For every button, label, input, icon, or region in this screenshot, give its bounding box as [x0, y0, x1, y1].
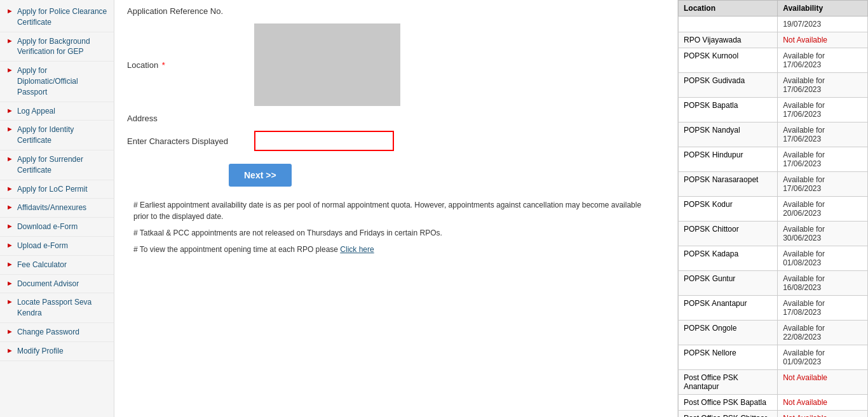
app-ref-label: Application Reference No.	[127, 6, 254, 16]
captcha-input[interactable]	[254, 131, 394, 151]
location-cell: POPSK Nellore	[679, 345, 778, 370]
table-row: POPSK KurnoolAvailable for 17/06/2023	[679, 48, 868, 73]
location-row: Location *	[127, 23, 665, 106]
sidebar-item-diplomatic-passport[interactable]: ► Apply for Diplomatic/Official Passport	[0, 62, 114, 102]
app-ref-row: Application Reference No.	[127, 6, 665, 16]
sidebar-arrow-icon: ►	[6, 185, 13, 192]
note-1: # Earliest appointment availability date…	[133, 199, 658, 222]
form-container: Application Reference No. Location * Add…	[114, 0, 677, 417]
required-star: *	[162, 60, 165, 70]
location-cell: Post Office PSK Chittoor	[679, 411, 778, 418]
availability-cell: Not Available	[778, 411, 868, 418]
next-button[interactable]: Next >>	[229, 164, 292, 187]
location-cell: Post Office PSK Bapatla	[679, 395, 778, 411]
location-cell: POPSK Kodur	[679, 197, 778, 222]
location-cell: POPSK Kurnool	[679, 48, 778, 73]
table-row: POPSK NarasaraopetAvailable for 17/06/20…	[679, 172, 868, 197]
availability-table: Location Availability 19/07/2023 RPO Vij…	[678, 0, 868, 417]
sidebar-item-upload-eform[interactable]: ► Upload e-Form	[0, 237, 114, 256]
availability-cell: Available for 30/06/2023	[778, 222, 868, 246]
table-row: Post Office PSK ChittoorNot Available	[679, 411, 868, 418]
table-row: POPSK GunturAvailable for 16/08/2023	[679, 271, 868, 296]
availability-cell: Available for 17/06/2023	[778, 172, 868, 197]
table-row: POPSK NelloreAvailable for 01/09/2023	[679, 345, 868, 370]
location-label: Location *	[127, 60, 254, 70]
sidebar-item-label: Apply for Diplomatic/Official Passport	[17, 65, 109, 97]
sidebar-item-log-appeal[interactable]: ► Log Appeal	[0, 102, 114, 121]
availability-cell: Not Available	[778, 395, 868, 411]
sidebar-arrow-icon: ►	[6, 241, 13, 249]
table-row: RPO VijayawadaNot Available	[679, 32, 868, 48]
table-row: 19/07/2023	[679, 17, 868, 32]
location-cell: POPSK Chittoor	[679, 222, 778, 246]
sidebar-arrow-icon: ►	[6, 7, 13, 15]
sidebar-item-label: Download e-Form	[17, 222, 78, 232]
sidebar-item-label: Apply for Background Verification for GE…	[17, 36, 109, 58]
sidebar-item-identity-certificate[interactable]: ► Apply for Identity Certificate	[0, 121, 114, 150]
notes-section: # Earliest appointment availability date…	[127, 199, 665, 255]
sidebar-arrow-icon: ►	[6, 328, 13, 335]
availability-cell: Not Available	[778, 32, 868, 48]
availability-cell: Available for 17/06/2023	[778, 98, 868, 122]
availability-cell: Available for 20/06/2023	[778, 197, 868, 222]
table-col1-header: Location	[679, 1, 778, 17]
sidebar-item-download-eform[interactable]: ► Download e-Form	[0, 218, 114, 237]
sidebar-item-label: Log Appeal	[17, 106, 55, 117]
sidebar-item-document-advisor[interactable]: ► Document Advisor	[0, 275, 114, 294]
sidebar-arrow-icon: ►	[6, 37, 13, 44]
sidebar-item-change-password[interactable]: ► Change Password	[0, 323, 114, 342]
location-cell: RPO Vijayawada	[679, 32, 778, 48]
location-cell: POPSK Guntur	[679, 271, 778, 296]
sidebar-item-affidavits[interactable]: ► Affidavits/Annexures	[0, 199, 114, 218]
sidebar-item-label: Upload e-Form	[17, 241, 68, 251]
sidebar-item-label: Document Advisor	[17, 279, 79, 289]
click-here-link[interactable]: Click here	[340, 245, 374, 254]
sidebar-item-modify-profile[interactable]: ► Modify Profile	[0, 342, 114, 361]
sidebar-arrow-icon: ►	[6, 107, 13, 114]
table-row: POPSK ChittoorAvailable for 30/06/2023	[679, 222, 868, 246]
table-row: POPSK BapatlaAvailable for 17/06/2023	[679, 98, 868, 122]
location-dropdown	[254, 23, 665, 106]
table-row: POPSK OngoleAvailable for 22/08/2023	[679, 321, 868, 345]
sidebar-item-locate-psk[interactable]: ► Locate Passport Seva Kendra	[0, 293, 114, 323]
address-row: Address	[127, 114, 665, 123]
availability-cell: Available for 17/06/2023	[778, 48, 868, 73]
location-cell: POPSK Nandyal	[679, 122, 778, 147]
table-row: POPSK AnantapurAvailable for 17/08/2023	[679, 296, 868, 321]
sidebar-arrow-icon: ►	[6, 155, 13, 162]
captcha-label: Enter Characters Displayed	[127, 136, 254, 146]
note-2: # Tatkaal & PCC appointments are not rel…	[133, 227, 658, 239]
location-cell	[679, 17, 778, 32]
sidebar-arrow-icon: ►	[6, 203, 13, 211]
table-col2-header: Availability	[778, 1, 868, 17]
sidebar-item-label: Affidavits/Annexures	[17, 202, 86, 213]
sidebar-item-fee-calculator[interactable]: ► Fee Calculator	[0, 256, 114, 275]
sidebar-item-surrender-certificate[interactable]: ► Apply for Surrender Certificate	[0, 150, 114, 180]
availability-cell: Available for 22/08/2023	[778, 321, 868, 345]
table-row: POPSK KodurAvailable for 20/06/2023	[679, 197, 868, 222]
availability-cell: Available for 17/08/2023	[778, 296, 868, 321]
sidebar-arrow-icon: ►	[6, 222, 13, 230]
sidebar-item-loc-permit[interactable]: ► Apply for LoC Permit	[0, 180, 114, 199]
availability-cell: Not Available	[778, 370, 868, 395]
sidebar-arrow-icon: ►	[6, 260, 13, 268]
location-cell: POPSK Kadapa	[679, 246, 778, 271]
location-cell: POPSK Gudivada	[679, 73, 778, 98]
table-row: POPSK HindupurAvailable for 17/06/2023	[679, 147, 868, 172]
sidebar-item-background-verification[interactable]: ► Apply for Background Verification for …	[0, 32, 114, 62]
location-cell: Post Office PSK Anantapur	[679, 370, 778, 395]
sidebar-arrow-icon: ►	[6, 125, 13, 133]
captcha-label-row: Enter Characters Displayed	[127, 131, 665, 151]
table-row: POPSK KadapaAvailable for 01/08/2023	[679, 246, 868, 271]
captcha-image-area	[254, 23, 400, 106]
table-row: Post Office PSK AnantapurNot Available	[679, 370, 868, 395]
sidebar-item-police-clearance[interactable]: ► Apply for Police Clearance Certificate	[0, 3, 114, 32]
availability-cell: Available for 01/08/2023	[778, 246, 868, 271]
sidebar-item-label: Fee Calculator	[17, 260, 67, 270]
location-cell: POPSK Narasaraopet	[679, 172, 778, 197]
address-label: Address	[127, 114, 254, 123]
captcha-input-area	[254, 131, 665, 151]
sidebar-arrow-icon: ►	[6, 279, 13, 287]
table-row: POPSK GudivadaAvailable for 17/06/2023	[679, 73, 868, 98]
note-3: # To view the appointment opening time a…	[133, 244, 658, 255]
